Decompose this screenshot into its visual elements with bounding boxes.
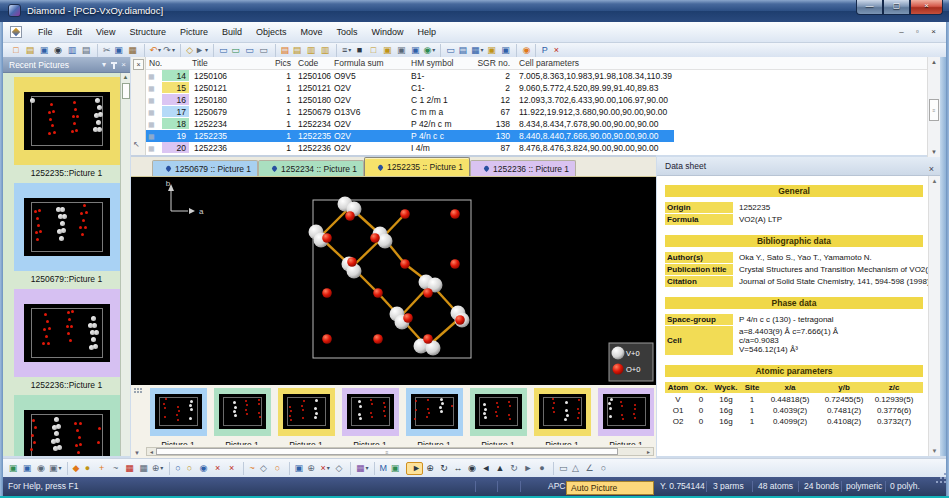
filmstrip-scrollbar[interactable]: ◄ ≡ ► <box>146 447 654 456</box>
picture-window-icon[interactable]: ▭ <box>229 44 243 57</box>
menu-edit[interactable]: Edit <box>60 24 90 40</box>
molecule-m-icon[interactable]: M <box>374 462 389 475</box>
filmstrip-item[interactable]: Picture 1 <box>466 387 530 445</box>
recent-picture-thumbnail[interactable] <box>14 77 120 165</box>
filmstrip-item[interactable]: Picture 1 <box>210 387 274 445</box>
recent-picture-thumbnail[interactable] <box>14 395 120 456</box>
add-atoms-icon[interactable]: ● <box>81 462 95 475</box>
filmstrip-thumbnail[interactable] <box>342 388 399 436</box>
column-header-pics[interactable]: Pics <box>261 58 291 68</box>
status-auto-picture-badge[interactable]: Auto Picture <box>566 481 654 495</box>
picture-wizard-icon[interactable]: ◉ <box>422 44 436 57</box>
chevron-down-icon[interactable]: ▾ <box>102 57 106 73</box>
scroll-right-icon[interactable]: ► <box>646 448 651 456</box>
picture-new-icon[interactable]: ▣ <box>20 462 34 475</box>
destroy-icon[interactable]: × <box>318 462 332 475</box>
filmstrip-grip-icon[interactable] <box>134 388 136 390</box>
filmstrip-thumbnail[interactable] <box>278 388 335 436</box>
navigation-window-icon[interactable]: ▭ <box>213 44 229 57</box>
polyhedron-yellow-icon[interactable]: ○ <box>183 462 197 475</box>
menu-view[interactable]: View <box>89 24 122 40</box>
small-ring-icon[interactable]: ○ <box>271 462 285 475</box>
properties-icon[interactable]: P <box>535 44 549 57</box>
tab-1252236[interactable]: 1252236 :: Picture 1 <box>470 160 576 176</box>
panes-icon[interactable]: ▣ <box>289 462 305 475</box>
angle-icon[interactable]: ∠ <box>583 462 597 475</box>
filmstrip-thumbnail[interactable] <box>598 388 655 436</box>
grow-shrink-icon[interactable]: ⊕ <box>151 462 165 475</box>
zoom-mode-icon[interactable]: ◉ <box>465 462 479 475</box>
data-sheet-header[interactable]: Data sheet × <box>657 157 940 176</box>
delete-atoms-icon[interactable]: × <box>225 462 239 475</box>
scroll-up-icon[interactable]: ▲ <box>929 176 940 186</box>
document-close-icon[interactable]: × <box>927 26 940 38</box>
select-arrow-icon[interactable]: ► <box>194 44 209 57</box>
builder-icon[interactable]: ◇ <box>332 462 346 475</box>
filmstrip-item[interactable]: Picture 1 <box>594 387 654 445</box>
table-row[interactable]: 17 1250679 1 1250679 O13V6 C m m a 67 11… <box>146 106 927 118</box>
center-view-icon[interactable]: ⊕ <box>304 462 318 475</box>
table-scrollbar[interactable]: ▲ ≡ ▼ <box>927 57 940 157</box>
scrollbar-thumb[interactable]: ≡ <box>156 448 618 455</box>
menu-structure[interactable]: Structure <box>122 24 173 40</box>
picture-build-icon[interactable]: ◉ <box>34 462 48 475</box>
filmstrip-item[interactable]: Picture 1 <box>530 387 594 445</box>
tools-icon[interactable]: × <box>549 44 563 57</box>
paste-icon[interactable]: ▦ <box>126 44 140 57</box>
table-row[interactable]: 18 1252234 1 1252234 O2V P 42/n c m 138 … <box>146 118 927 130</box>
table-row[interactable]: 20 1252236 1 1252236 O2V I 4/m 87 8.476,… <box>146 142 927 154</box>
filmstrip-item[interactable]: Picture 1 <box>402 387 466 445</box>
fill-cell-icon[interactable]: ◆ <box>67 462 81 475</box>
column-header-no[interactable]: No. <box>149 58 162 68</box>
picture-settings-icon[interactable]: ▣ <box>6 462 20 475</box>
tab-1250679[interactable]: 1250679 :: Picture 1 <box>152 160 258 176</box>
picture-copy-icon[interactable]: ▣ <box>394 44 408 57</box>
cut-icon[interactable]: ✂ <box>97 44 112 57</box>
find-icon[interactable]: ◉ <box>51 44 65 57</box>
menu-objects[interactable]: Objects <box>249 24 294 40</box>
recent-picture-thumbnail[interactable] <box>14 183 120 271</box>
recent-panel-scrollbar[interactable]: ▲ <box>120 73 130 456</box>
column-header-sgr-no[interactable]: SGR no. <box>476 58 510 68</box>
coordination-icon[interactable]: ▦ <box>123 462 137 475</box>
table-view-icon[interactable]: ≡ <box>336 44 352 57</box>
data-sheet-scrollbar[interactable]: ▲ ▼ <box>928 176 940 456</box>
table-row[interactable]: 15 1250121 1 1250121 O2V C1- 2 9.060,5.7… <box>146 82 927 94</box>
frame-picture-icon[interactable]: ▣ <box>484 44 498 57</box>
chain-icon[interactable]: ~ <box>243 462 257 475</box>
tab-1252234[interactable]: 1252234 :: Picture 1 <box>258 160 364 176</box>
picture-layout-icon[interactable]: ▣ <box>48 462 63 475</box>
menu-picture[interactable]: Picture <box>173 24 215 40</box>
print-preview-icon[interactable]: ▥ <box>65 44 79 57</box>
data-table-icon[interactable]: ▦ <box>470 44 485 57</box>
picture-export-icon[interactable]: ▣ <box>408 44 422 57</box>
column-header-hm-symbol[interactable]: HM symbol <box>411 58 454 68</box>
filmstrip-thumbnail[interactable] <box>534 388 591 436</box>
menu-tools[interactable]: Tools <box>329 24 364 40</box>
break-bonds-icon[interactable]: × <box>211 462 225 475</box>
filmstrip-thumbnail[interactable] <box>150 388 207 436</box>
tab-1252235[interactable]: 1252235 :: Picture 1 <box>364 157 470 176</box>
close-panel-icon[interactable]: × <box>121 57 126 73</box>
connect-atoms-icon[interactable]: ~ <box>109 462 123 475</box>
shift-mode-icon[interactable]: ↔ <box>451 462 465 475</box>
table-row[interactable]: 19 1252235 1 1252235 O2V P 4/n c c 130 8… <box>146 130 927 142</box>
distort-icon[interactable]: ◇ <box>257 462 271 475</box>
filmstrip-item[interactable]: Picture 1 <box>274 387 338 445</box>
recent-picture-item[interactable]: 1252235::Picture 1 <box>14 77 120 179</box>
pin-icon[interactable] <box>113 62 115 69</box>
scroll-up-icon[interactable]: ▲ <box>928 57 940 67</box>
animate-icon[interactable]: ► <box>521 462 535 475</box>
menu-file[interactable]: File <box>31 24 60 40</box>
triangle-icon[interactable]: △ <box>569 462 583 475</box>
distance-wizard-icon[interactable]: ◉ <box>516 44 531 57</box>
paste-structure-icon[interactable]: ▥ <box>318 44 332 57</box>
load-structure-icon[interactable]: ▤ <box>290 44 304 57</box>
new-picture-icon[interactable]: □ <box>366 44 380 57</box>
document-minimize-icon[interactable]: – <box>895 26 908 38</box>
save-icon[interactable]: ▣ <box>37 44 51 57</box>
column-header-title[interactable]: Title <box>192 58 208 68</box>
column-header-formula-sum[interactable]: Formula sum <box>334 58 384 68</box>
scroll-down-icon[interactable]: ▼ <box>929 446 940 456</box>
recent-picture-item[interactable] <box>14 395 120 456</box>
